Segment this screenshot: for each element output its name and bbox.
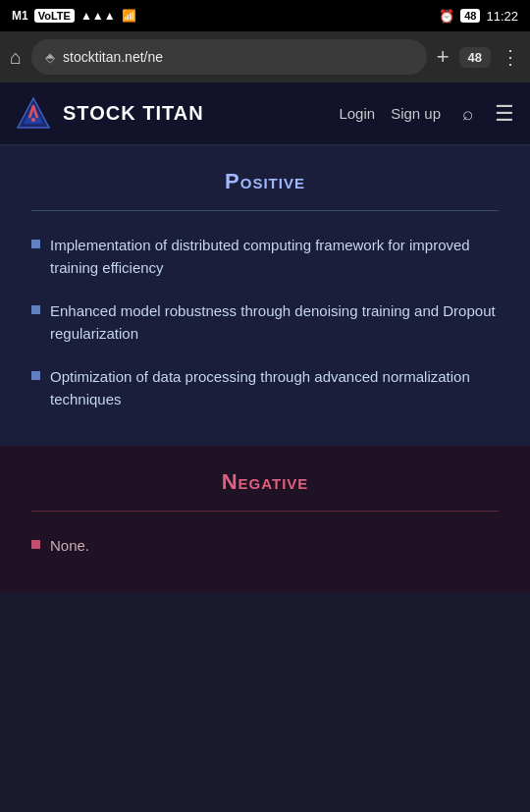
negative-list: None. xyxy=(31,535,499,558)
list-item: Optimization of data processing through … xyxy=(31,366,499,410)
status-right: ⏰ 48 11:22 xyxy=(439,9,518,24)
site-header: STOCK TITAN Login Sign up ⌕ ☰ xyxy=(0,82,530,145)
site-logo-icon xyxy=(16,96,51,132)
url-text: stocktitan.net/ne xyxy=(63,49,413,65)
bullet-icon xyxy=(31,240,40,248)
positive-divider xyxy=(31,210,499,211)
main-content: Positive Implementation of distributed c… xyxy=(0,145,530,593)
svg-point-2 xyxy=(31,118,35,122)
browser-menu-button[interactable]: ⋮ xyxy=(501,45,520,69)
status-left: M1 VoLTE ▲▲▲ 📶 xyxy=(12,9,136,23)
positive-item-2: Enhanced model robustness through denois… xyxy=(50,300,499,345)
list-item: Enhanced model robustness through denois… xyxy=(31,300,499,345)
negative-divider xyxy=(31,511,499,512)
bullet-icon xyxy=(31,305,40,314)
bullet-icon xyxy=(31,371,40,380)
carrier-name: M1 xyxy=(12,9,28,23)
list-item: None. xyxy=(31,535,499,558)
signal-icon: ▲▲▲ xyxy=(80,9,116,23)
nav-login-button[interactable]: Login xyxy=(339,105,375,122)
alarm-icon: ⏰ xyxy=(439,9,454,24)
clock-time: 11:22 xyxy=(486,9,518,24)
negative-item-1: None. xyxy=(50,535,89,558)
positive-item-3: Optimization of data processing through … xyxy=(50,366,499,410)
url-security-icon: ⬘︎ xyxy=(45,50,55,65)
site-title: STOCK TITAN xyxy=(63,102,327,125)
browser-home-button[interactable]: ⌂ xyxy=(10,46,22,69)
positive-item-1: Implementation of distributed computing … xyxy=(50,235,499,279)
nav-hamburger-icon[interactable]: ☰ xyxy=(495,101,514,127)
volte-badge: VoLTE xyxy=(34,9,75,23)
wifi-icon: 📶 xyxy=(122,9,136,23)
positive-list: Implementation of distributed computing … xyxy=(31,235,499,410)
list-item: Implementation of distributed computing … xyxy=(31,235,499,279)
bullet-icon xyxy=(31,540,40,549)
battery-level: 48 xyxy=(460,9,480,23)
browser-bar: ⌂ ⬘︎ stocktitan.net/ne + 48 ⋮ xyxy=(0,31,530,82)
positive-section-title: Positive xyxy=(31,169,499,194)
status-bar: M1 VoLTE ▲▲▲ 📶 ⏰ 48 11:22 xyxy=(0,0,530,31)
positive-section: Positive Implementation of distributed c… xyxy=(0,145,530,446)
browser-tabs-button[interactable]: 48 xyxy=(459,47,491,68)
negative-section: Negative None. xyxy=(0,446,530,593)
browser-url-bar[interactable]: ⬘︎ stocktitan.net/ne xyxy=(31,39,427,75)
browser-new-tab-button[interactable]: + xyxy=(437,44,450,70)
negative-section-title: Negative xyxy=(31,469,499,495)
nav-signup-button[interactable]: Sign up xyxy=(391,105,441,122)
nav-search-icon[interactable]: ⌕ xyxy=(462,103,473,125)
